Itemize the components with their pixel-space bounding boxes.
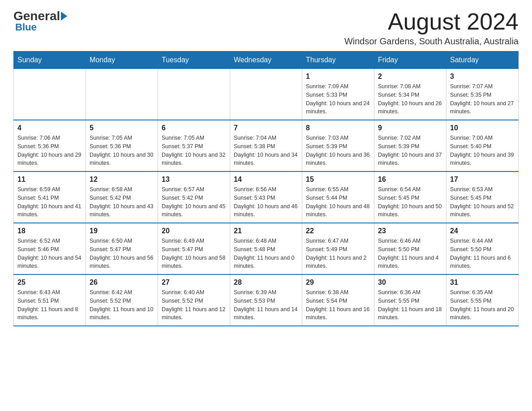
month-title: August 2024	[344, 9, 519, 34]
day-info: Sunrise: 6:58 AMSunset: 5:42 PMDaylight:…	[90, 185, 154, 219]
calendar-cell: 12Sunrise: 6:58 AMSunset: 5:42 PMDayligh…	[86, 171, 158, 223]
day-number: 7	[234, 124, 298, 132]
day-number: 25	[17, 278, 82, 287]
day-info: Sunrise: 6:57 AMSunset: 5:42 PMDaylight:…	[162, 185, 226, 219]
calendar-cell: 11Sunrise: 6:59 AMSunset: 5:41 PMDayligh…	[14, 171, 86, 223]
calendar-cell: 18Sunrise: 6:52 AMSunset: 5:46 PMDayligh…	[14, 223, 86, 274]
calendar-cell: 31Sunrise: 6:35 AMSunset: 5:55 PMDayligh…	[446, 274, 519, 326]
header-day-thursday: Thursday	[302, 51, 374, 69]
day-number: 16	[378, 176, 442, 184]
calendar-cell: 1Sunrise: 7:09 AMSunset: 5:33 PMDaylight…	[302, 69, 374, 120]
day-info: Sunrise: 6:35 AMSunset: 5:55 PMDaylight:…	[450, 288, 515, 322]
header-day-wednesday: Wednesday	[230, 51, 302, 69]
calendar-cell	[86, 69, 158, 120]
calendar-cell: 5Sunrise: 7:05 AMSunset: 5:36 PMDaylight…	[86, 120, 158, 171]
calendar-header-row: SundayMondayTuesdayWednesdayThursdayFrid…	[14, 51, 519, 69]
calendar-cell: 29Sunrise: 6:38 AMSunset: 5:54 PMDayligh…	[302, 274, 374, 326]
day-number: 1	[306, 73, 370, 81]
day-number: 10	[450, 124, 515, 132]
day-number: 18	[17, 227, 82, 235]
day-info: Sunrise: 7:09 AMSunset: 5:33 PMDaylight:…	[306, 82, 370, 116]
calendar-cell: 16Sunrise: 6:54 AMSunset: 5:45 PMDayligh…	[374, 171, 446, 223]
calendar-cell: 17Sunrise: 6:53 AMSunset: 5:45 PMDayligh…	[446, 171, 519, 223]
day-number: 8	[306, 124, 370, 132]
day-number: 4	[17, 124, 82, 132]
day-number: 29	[306, 278, 370, 287]
day-number: 14	[234, 176, 298, 184]
calendar-week-row: 4Sunrise: 7:06 AMSunset: 5:36 PMDaylight…	[14, 120, 519, 171]
header-day-saturday: Saturday	[446, 51, 519, 69]
calendar-cell: 20Sunrise: 6:49 AMSunset: 5:47 PMDayligh…	[158, 223, 230, 274]
day-number: 24	[450, 227, 515, 235]
day-info: Sunrise: 6:36 AMSunset: 5:55 PMDaylight:…	[378, 288, 442, 322]
calendar-cell: 23Sunrise: 6:46 AMSunset: 5:50 PMDayligh…	[374, 223, 446, 274]
day-info: Sunrise: 7:02 AMSunset: 5:39 PMDaylight:…	[378, 134, 442, 167]
day-info: Sunrise: 6:44 AMSunset: 5:50 PMDaylight:…	[450, 237, 515, 270]
day-info: Sunrise: 7:06 AMSunset: 5:36 PMDaylight:…	[17, 134, 82, 167]
calendar-cell	[14, 69, 86, 120]
day-info: Sunrise: 6:52 AMSunset: 5:46 PMDaylight:…	[17, 237, 82, 270]
day-number: 31	[450, 278, 515, 287]
day-number: 15	[306, 176, 370, 184]
calendar-cell: 26Sunrise: 6:42 AMSunset: 5:52 PMDayligh…	[86, 274, 158, 326]
calendar-cell: 4Sunrise: 7:06 AMSunset: 5:36 PMDaylight…	[14, 120, 86, 171]
calendar-cell	[158, 69, 230, 120]
calendar-cell: 30Sunrise: 6:36 AMSunset: 5:55 PMDayligh…	[374, 274, 446, 326]
logo-blue: Blue	[15, 21, 37, 33]
day-number: 21	[234, 227, 298, 235]
calendar-cell: 28Sunrise: 6:39 AMSunset: 5:53 PMDayligh…	[230, 274, 302, 326]
day-info: Sunrise: 7:03 AMSunset: 5:39 PMDaylight:…	[306, 134, 370, 167]
calendar-cell: 19Sunrise: 6:50 AMSunset: 5:47 PMDayligh…	[86, 223, 158, 274]
day-info: Sunrise: 6:46 AMSunset: 5:50 PMDaylight:…	[378, 237, 442, 270]
calendar-cell: 13Sunrise: 6:57 AMSunset: 5:42 PMDayligh…	[158, 171, 230, 223]
day-info: Sunrise: 6:48 AMSunset: 5:48 PMDaylight:…	[234, 237, 298, 270]
day-info: Sunrise: 7:05 AMSunset: 5:37 PMDaylight:…	[162, 134, 226, 167]
day-info: Sunrise: 6:59 AMSunset: 5:41 PMDaylight:…	[17, 185, 82, 219]
day-info: Sunrise: 6:43 AMSunset: 5:51 PMDaylight:…	[17, 288, 82, 322]
calendar-cell: 3Sunrise: 7:07 AMSunset: 5:35 PMDaylight…	[446, 69, 519, 120]
day-number: 22	[306, 227, 370, 235]
day-info: Sunrise: 6:54 AMSunset: 5:45 PMDaylight:…	[378, 185, 442, 219]
calendar-cell: 10Sunrise: 7:00 AMSunset: 5:40 PMDayligh…	[446, 120, 519, 171]
calendar-cell: 9Sunrise: 7:02 AMSunset: 5:39 PMDaylight…	[374, 120, 446, 171]
calendar-cell: 21Sunrise: 6:48 AMSunset: 5:48 PMDayligh…	[230, 223, 302, 274]
calendar-cell: 2Sunrise: 7:08 AMSunset: 5:34 PMDaylight…	[374, 69, 446, 120]
day-number: 13	[162, 176, 226, 184]
day-info: Sunrise: 6:42 AMSunset: 5:52 PMDaylight:…	[90, 288, 154, 322]
calendar-cell: 15Sunrise: 6:55 AMSunset: 5:44 PMDayligh…	[302, 171, 374, 223]
day-info: Sunrise: 7:07 AMSunset: 5:35 PMDaylight:…	[450, 82, 515, 116]
day-info: Sunrise: 7:08 AMSunset: 5:34 PMDaylight:…	[378, 82, 442, 116]
calendar-week-row: 18Sunrise: 6:52 AMSunset: 5:46 PMDayligh…	[14, 223, 519, 274]
day-number: 27	[162, 278, 226, 287]
calendar-cell: 14Sunrise: 6:56 AMSunset: 5:43 PMDayligh…	[230, 171, 302, 223]
calendar-cell: 7Sunrise: 7:04 AMSunset: 5:38 PMDaylight…	[230, 120, 302, 171]
header-day-friday: Friday	[374, 51, 446, 69]
calendar-cell	[230, 69, 302, 120]
day-info: Sunrise: 6:56 AMSunset: 5:43 PMDaylight:…	[234, 185, 298, 219]
calendar-cell: 22Sunrise: 6:47 AMSunset: 5:49 PMDayligh…	[302, 223, 374, 274]
day-number: 28	[234, 278, 298, 287]
day-number: 23	[378, 227, 442, 235]
calendar-cell: 25Sunrise: 6:43 AMSunset: 5:51 PMDayligh…	[14, 274, 86, 326]
header-day-tuesday: Tuesday	[158, 51, 230, 69]
location-title: Windsor Gardens, South Australia, Austra…	[344, 36, 519, 47]
day-info: Sunrise: 7:05 AMSunset: 5:36 PMDaylight:…	[90, 134, 154, 167]
calendar-cell: 27Sunrise: 6:40 AMSunset: 5:52 PMDayligh…	[158, 274, 230, 326]
day-number: 30	[378, 278, 442, 287]
calendar-week-row: 11Sunrise: 6:59 AMSunset: 5:41 PMDayligh…	[14, 171, 519, 223]
calendar-cell: 6Sunrise: 7:05 AMSunset: 5:37 PMDaylight…	[158, 120, 230, 171]
day-info: Sunrise: 7:04 AMSunset: 5:38 PMDaylight:…	[234, 134, 298, 167]
day-info: Sunrise: 6:53 AMSunset: 5:45 PMDaylight:…	[450, 185, 515, 219]
day-number: 20	[162, 227, 226, 235]
calendar-week-row: 1Sunrise: 7:09 AMSunset: 5:33 PMDaylight…	[14, 69, 519, 120]
day-number: 9	[378, 124, 442, 132]
day-number: 3	[450, 73, 515, 81]
day-info: Sunrise: 6:55 AMSunset: 5:44 PMDaylight:…	[306, 185, 370, 219]
logo-triangle-icon	[61, 12, 67, 21]
day-number: 12	[90, 176, 154, 184]
calendar-cell: 8Sunrise: 7:03 AMSunset: 5:39 PMDaylight…	[302, 120, 374, 171]
day-number: 19	[90, 227, 154, 235]
day-info: Sunrise: 7:00 AMSunset: 5:40 PMDaylight:…	[450, 134, 515, 167]
page-header: General Blue August 2024 Windsor Gardens…	[13, 9, 519, 47]
day-info: Sunrise: 6:38 AMSunset: 5:54 PMDaylight:…	[306, 288, 370, 322]
